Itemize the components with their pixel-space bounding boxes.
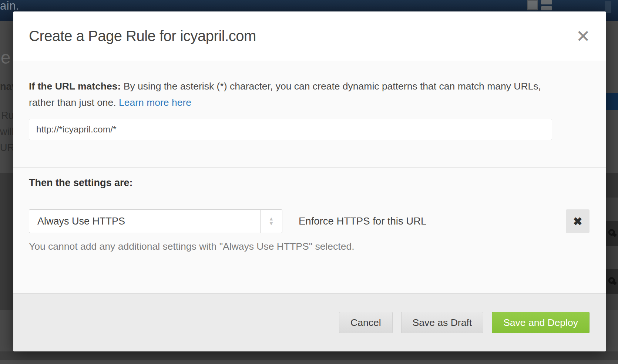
wrench-icon [606,228,618,239]
apps-grid-icon [524,0,557,11]
background-text-fragment: e [1,47,11,68]
modal-footer: Cancel Save as Draft Save and Deploy [13,293,606,351]
background-text-fragment: will [0,126,14,138]
cancel-button[interactable]: Cancel [339,312,393,333]
modal-title: Create a Page Rule for icyapril.com [29,28,256,44]
modal-header: Create a Page Rule for icyapril.com ✕ [13,11,606,61]
top-bar-icon-fragment [605,1,611,13]
setting-select[interactable]: Always Use HTTPS ▲ ▼ [29,209,282,233]
background-text-fragment: Ru [1,110,14,121]
background-bottom-strip [0,360,618,364]
background-table-band [0,173,13,310]
url-pattern-input[interactable] [29,119,552,140]
setting-select-value: Always Use HTTPS [37,216,125,227]
setting-helper-text: You cannot add any additional settings w… [29,241,590,252]
background-table-header-band [606,173,618,198]
remove-icon: ✖ [573,215,582,228]
close-icon[interactable]: ✕ [576,28,590,45]
modal-body: If the URL matches: By using the asteris… [13,61,606,293]
save-and-deploy-button[interactable]: Save and Deploy [492,312,590,333]
background-blue-button-fragment [605,93,618,110]
setting-row: Always Use HTTPS ▲ ▼ Enforce HTTPS for t… [29,209,590,233]
url-matches-label: If the URL matches: [29,81,121,92]
chevron-down-icon: ▼ [269,221,274,226]
create-page-rule-modal: Create a Page Rule for icyapril.com ✕ If… [13,11,606,351]
background-domain-text-fragment: ain. [0,0,19,13]
remove-setting-button[interactable]: ✖ [566,209,590,233]
settings-heading: Then the settings are: [29,177,590,189]
url-match-description: If the URL matches: By using the asteris… [29,78,551,111]
settings-section: Then the settings are: Always Use HTTPS … [13,168,606,252]
url-match-section: If the URL matches: By using the asteris… [13,61,606,140]
wrench-icon [606,276,618,287]
select-arrows-icon: ▲ ▼ [260,210,282,233]
setting-description: Enforce HTTPS for this URL [299,215,426,227]
background-edit-button-fragment [606,221,618,246]
background-text-fragment: UR [0,142,14,154]
learn-more-link[interactable]: Learn more here [119,97,191,108]
background-edit-button-fragment [606,269,618,294]
save-as-draft-button[interactable]: Save as Draft [401,312,484,333]
